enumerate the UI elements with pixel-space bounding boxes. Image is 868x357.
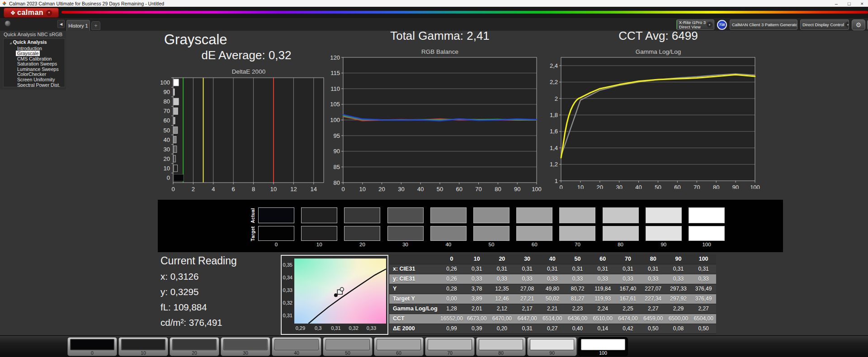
strip-column-label: 10 [301,242,337,247]
table-cell: 6500,00 [666,314,691,324]
cie-y-tick: 0,32 [282,300,292,305]
settings-gear-button[interactable]: ⚙ [852,19,865,30]
app-header: ❖ calman ▼ [0,7,868,18]
pattern-button-30[interactable]: 30 [221,337,270,356]
table-cell: 81,27 [565,294,590,304]
table-header-row: 0102030405060708090100 [389,254,716,264]
svg-text:90: 90 [514,186,520,192]
swatch-actual-100 [689,207,725,223]
column-header: 100 [691,254,716,264]
svg-text:14: 14 [311,186,317,193]
svg-text:2: 2 [192,186,195,193]
table-cell: 227,34 [641,294,666,304]
pattern-button-40[interactable]: 40 [272,337,321,356]
pattern-label: 10 [119,350,168,356]
table-cell: 6436,00 [565,314,590,324]
svg-text:60: 60 [164,117,170,124]
swatch-target-40 [430,226,467,241]
svg-text:0: 0 [341,186,344,192]
device-label: CalMAN Client 3 Pattern Generator [730,23,797,27]
table-cell: 0,26 [439,274,464,284]
pattern-label: 30 [221,350,270,356]
table-row-target-y: Target Y0,003,8912,4627,2150,0281,27119,… [389,294,716,304]
table-cell: 12,35 [490,284,515,294]
cie-y-tick: 0,35 [282,262,292,268]
device-x-rite-i1pro-3[interactable]: X-Rite i1Pro 3Direct View▼ [676,19,714,30]
strip-column-label: 30 [387,242,424,247]
sidebar-collapse-button[interactable]: ◀ [57,20,65,28]
pattern-button-100[interactable]: 100 [578,337,628,356]
svg-text:40: 40 [635,184,642,189]
swatch-target-100 [689,226,725,241]
table-cell: 119,93 [590,294,615,304]
current-reading-panel: Current Reading x: 0,3126 y: 0,3295 fL: … [160,255,264,336]
swatch-target-0 [258,226,294,241]
swatch-target-80 [603,226,639,241]
maximize-button[interactable]: □ [848,1,851,6]
table-cell: 3,89 [464,294,490,304]
pattern-bar: ▲ « Back Next » 0102030405060708090100■▶… [0,335,868,357]
strip-row-label-target: Target [250,222,255,245]
workflow-tree: ◢Quick AnalysisIntroductionGrayscaleCMS … [3,38,65,87]
svg-text:100: 100 [750,184,760,189]
svg-text:80: 80 [495,186,501,192]
svg-text:85: 85 [334,164,340,170]
device-direct-display-control[interactable]: Direct Display Control▼ [800,19,849,30]
pattern-button-20[interactable]: 20 [170,337,219,356]
swatch-actual-10 [301,207,337,223]
table-cell: 0,31 [514,324,540,334]
pattern-button-60[interactable]: 60 [374,337,424,356]
svg-text:60: 60 [456,186,462,192]
chevron-down-icon: ▼ [845,22,849,28]
table-row-cct: CCT16552,006673,006470,006447,006514,006… [389,314,716,324]
table-cell: 0,31 [514,264,540,274]
device-calman-client-3-pattern-generator[interactable]: CalMAN Client 3 Pattern Generator▼ [730,19,797,30]
table-cell: 50,02 [540,294,565,304]
total-gamma-stat: Total Gamma: 2,41 [349,29,530,43]
table-cell: 0,31 [490,264,515,274]
measurement-table: 0102030405060708090100 x: CIE310,260,310… [389,254,716,334]
sidebar-item-spectral-power-dist[interactable]: Spectral Power Dist. [4,83,65,87]
table-cell: 0,33 [540,274,565,284]
table-cell: 2,25 [615,304,641,314]
sidebar-item-grayscale[interactable]: Grayscale [4,51,65,56]
cie-y-tick: 0,33 [282,287,292,293]
sidebar-menu-button[interactable] [5,20,11,27]
sidebar-item-screen-uniformity[interactable]: Screen Uniformity [4,77,65,83]
add-tab-button[interactable]: + [91,21,100,30]
minimize-button[interactable]: – [835,1,838,6]
table-cell: 0,33 [666,274,691,284]
table-cell: 3,78 [464,284,490,294]
tab-history1[interactable]: History 1 [66,20,90,31]
pattern-button-50[interactable]: 50 [323,337,373,356]
pattern-button-0[interactable]: 0 [67,337,117,356]
table-cell: 0,33 [691,274,716,284]
table-cell: 0,31 [590,264,615,274]
pattern-swatch [377,339,421,350]
reading-x: x: 0,3126 [160,271,198,282]
svg-text:10: 10 [577,184,584,189]
table-cell: 0,33 [514,274,540,284]
column-header: 10 [464,254,490,264]
svg-text:20: 20 [164,155,170,162]
pattern-swatch [121,339,165,350]
calman-menu-button[interactable]: ❖ calman ▼ [4,8,59,18]
table-cell: 376,49 [691,284,716,294]
table-cell: 49,80 [540,284,565,294]
svg-text:100: 100 [330,117,340,123]
pattern-button-80[interactable]: 80 [476,337,526,356]
pattern-button-70[interactable]: 70 [425,337,475,356]
table-cell: 0,31 [540,264,565,274]
svg-text:80: 80 [164,98,170,105]
pattern-button-10[interactable]: 10 [118,337,168,356]
table-cell: 0,42 [615,324,641,334]
swatch-target-20 [344,226,380,241]
svg-text:10: 10 [359,186,366,192]
pattern-button-90[interactable]: 90 [527,337,577,356]
sidebar-item-quick-analysis[interactable]: ◢Quick Analysis [4,40,65,46]
table-row-y: Y0,283,7812,3527,0849,8080,72119,84167,4… [389,284,716,294]
table-cell: 6470,00 [490,314,515,324]
close-button[interactable]: × [861,1,863,6]
chevron-down-icon: ▼ [46,10,52,16]
table-cell: 6447,00 [514,314,540,324]
